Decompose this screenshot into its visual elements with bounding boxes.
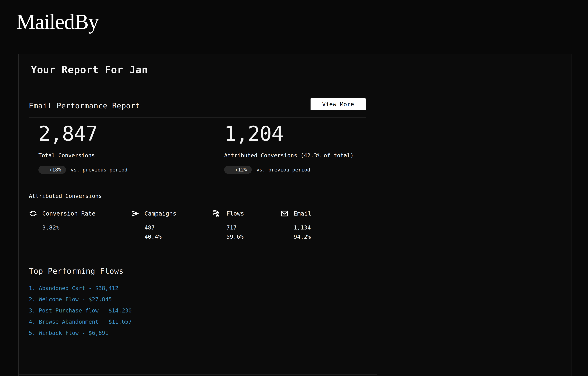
report-header: Your Report For Jan <box>19 54 571 85</box>
metric-label: Email <box>294 210 311 217</box>
stat-badge-row: - +18% vs. previous period <box>38 166 224 174</box>
stat-badge-row: - +12% vs. previou period <box>224 166 356 174</box>
flow-link[interactable]: 1. Abandoned Cart - $38,412 <box>29 285 132 291</box>
metric-conversion-rate: Conversion Rate 3.82% <box>29 209 131 241</box>
paper-plane-icon <box>131 209 139 218</box>
attributed-conversions-label: Attributed Conversions <box>29 193 102 199</box>
mailedby-logo: MailedBy <box>16 11 98 33</box>
metric-email: Email 1,134 94.2% <box>280 209 369 241</box>
metric-label: Conversion Rate <box>42 210 95 217</box>
metric-value: 3.82% <box>42 223 131 232</box>
flow-icon <box>213 209 221 218</box>
metric-values: 1,134 94.2% <box>294 223 369 241</box>
metric-label: Campaigns <box>144 210 176 217</box>
metric-head: Campaigns <box>131 209 213 218</box>
flows-list: 1. Abandoned Cart - $38,412 2. Welcome F… <box>29 285 132 341</box>
sync-icon <box>29 209 37 218</box>
comparison-text: vs. previous period <box>71 167 128 173</box>
metric-value: 94.2% <box>294 232 369 241</box>
comparison-text: vs. previou period <box>257 167 310 173</box>
report-container: Your Report For Jan Email Performance Re… <box>18 54 571 376</box>
metric-values: 717 59.6% <box>226 223 280 241</box>
attributed-conversions-stat: 1,204 Attributed Conversions (42.3% of t… <box>224 123 356 183</box>
change-badge: - +12% <box>224 166 252 174</box>
metric-values: 487 40.4% <box>144 223 213 241</box>
metrics-row: Conversion Rate 3.82% <box>29 209 369 241</box>
stat-value: 1,204 <box>224 123 356 145</box>
top-performing-flows-section: Top Performing Flows 1. Abandoned Cart -… <box>19 255 377 375</box>
stat-value: 2,847 <box>38 123 224 145</box>
metric-value: 487 <box>144 223 213 232</box>
change-badge: - +18% <box>38 166 66 174</box>
report-left-column: Email Performance Report View More 2,847… <box>19 85 377 376</box>
flow-link[interactable]: 4. Browse Abandonment - $11,657 <box>29 319 132 325</box>
metric-label: Flows <box>226 210 244 217</box>
email-performance-section: Email Performance Report View More 2,847… <box>19 85 377 255</box>
page-root: { "logo": "MailedBy", "report": { "title… <box>0 0 588 376</box>
right-panel <box>377 85 571 376</box>
metric-head: Flows <box>213 209 280 218</box>
view-more-button[interactable]: View More <box>310 98 366 110</box>
metric-value: 40.4% <box>144 232 213 241</box>
metric-head: Conversion Rate <box>29 209 131 218</box>
metric-value: 1,134 <box>294 223 369 232</box>
report-title: Your Report For Jan <box>31 64 148 75</box>
metric-flows: Flows 717 59.6% <box>213 209 280 241</box>
total-conversions-stat: 2,847 Total Conversions - +18% vs. previ… <box>38 123 224 183</box>
conversion-stats-box: 2,847 Total Conversions - +18% vs. previ… <box>29 117 366 183</box>
flow-link[interactable]: 3. Post Purchase flow - $14,230 <box>29 308 132 314</box>
top-performing-flows-title: Top Performing Flows <box>29 267 124 276</box>
flow-link[interactable]: 5. Winback Flow - $6,891 <box>29 330 132 336</box>
metric-value: 59.6% <box>226 232 280 241</box>
stat-label: Attributed Conversions (42.3% of total) <box>224 152 356 159</box>
email-performance-title: Email Performance Report <box>29 101 140 110</box>
metric-campaigns: Campaigns 487 40.4% <box>131 209 213 241</box>
envelope-icon <box>280 209 289 218</box>
metric-head: Email <box>280 209 369 218</box>
report-body: Email Performance Report View More 2,847… <box>19 85 571 376</box>
metric-value: 717 <box>226 223 280 232</box>
flow-link[interactable]: 2. Welcome Flow - $27,845 <box>29 296 132 303</box>
metric-values: 3.82% <box>42 223 131 232</box>
stat-label: Total Conversions <box>38 152 224 159</box>
